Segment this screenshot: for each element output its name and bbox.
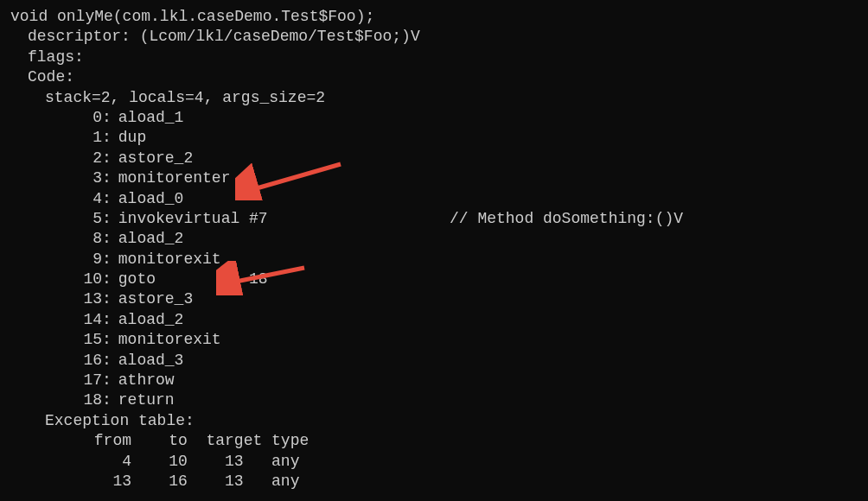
stack-info: stack=2, locals=4, args_size=2 [0,88,868,108]
bytecode-offset: 2 [67,149,102,168]
bytecode-instruction: monitorenter [118,168,231,188]
bytecode-offset: 17 [67,371,102,390]
bytecode-row: 17:athrow [0,371,868,390]
exception-table-label: Exception table: [0,411,868,431]
bytecode-instruction: aload_2 [118,310,184,330]
bytecode-row: 5:invokevirtual #7 // Method doSomething… [0,209,868,229]
bytecode-offset: 14 [67,310,102,330]
bytecode-row: 2:astore_2 [0,149,868,168]
bytecode-instruction: aload_2 [118,229,184,249]
bytecode-offset: 8 [67,229,102,249]
bytecode-instruction: athrow [118,371,175,390]
flags-line: flags: [0,48,868,67]
bytecode-instruction: aload_1 [118,108,184,128]
bytecode-instruction: dup [118,128,146,148]
bytecode-row: 10:goto 18 [0,270,868,289]
bytecode-offset: 15 [67,330,102,350]
arrow-monitorenter-icon [235,157,348,200]
bytecode-row: 9:monitorexit [0,250,868,270]
descriptor-value: (Lcom/lkl/caseDemo/Test$Foo;)V [140,28,420,45]
bytecode-offset: 16 [67,351,102,371]
bytecode-offset: 10 [67,270,102,289]
descriptor-label: descriptor: [28,28,140,45]
bytecode-row: 14:aload_2 [0,310,868,330]
bytecode-offset: 4 [67,189,102,209]
bytecode-instruction: monitorexit [118,250,221,270]
bytecode-instruction: aload_3 [118,351,184,371]
svg-line-3 [232,268,304,282]
exception-table-header: from to target type [0,431,868,451]
bytecode-offset: 13 [67,289,102,309]
exception-table-row: 4 10 13 any [0,452,868,472]
bytecode-instruction: return [118,390,175,410]
bytecode-row: 13:astore_3 [0,289,868,309]
bytecode-instruction: astore_3 [118,289,193,309]
bytecode-row: 3:monitorenter [0,168,868,188]
bytecode-row: 15:monitorexit [0,330,868,350]
bytecode-instruction: monitorexit [118,330,221,350]
bytecode-row: 8:aload_2 [0,229,868,249]
bytecode-row: 18:return [0,390,868,410]
exception-table-row: 13 16 13 any [0,472,868,491]
bytecode-row: 1:dup [0,128,868,148]
method-signature: void onlyMe(com.lkl.caseDemo.Test$Foo); [0,7,868,27]
bytecode-offset: 1 [67,128,102,148]
bytecode-row: 16:aload_3 [0,351,868,371]
code-label: Code: [0,67,868,87]
bytecode-offset: 0 [67,108,102,128]
bytecode-offset: 9 [67,250,102,270]
bytecode-instruction: invokevirtual #7 [118,209,268,229]
bytecode-instruction: aload_0 [118,189,184,209]
bytecode-offset: 3 [67,168,102,188]
descriptor-line: descriptor: (Lcom/lkl/caseDemo/Test$Foo;… [0,27,868,47]
bytecode-offset: 18 [67,390,102,410]
bytecode-offset: 5 [67,209,102,229]
bytecode-comment: // Method doSomething:()V [450,209,683,229]
arrow-monitorexit-icon [216,261,311,295]
svg-line-1 [251,164,341,190]
bytecode-instruction: astore_2 [118,149,193,168]
bytecode-row: 4:aload_0 [0,189,868,209]
bytecode-row: 0:aload_1 [0,108,868,128]
